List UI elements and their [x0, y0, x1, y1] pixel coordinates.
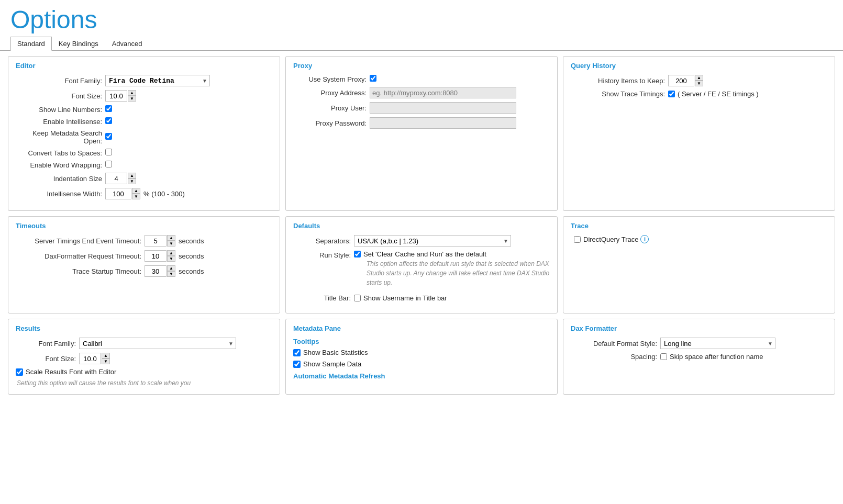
- trace-startup-timeout-input[interactable]: 30: [145, 265, 167, 277]
- server-timings-spinner-buttons: ▲ ▼: [167, 235, 175, 247]
- use-system-proxy-checkbox[interactable]: [370, 75, 376, 82]
- proxy-section: Proxy Use System Proxy: Proxy Address: P…: [285, 56, 558, 211]
- keep-metadata-checkbox[interactable]: [105, 133, 112, 140]
- run-style-label: Run Style:: [293, 250, 351, 259]
- show-trace-timings-label: Show Trace Timings:: [571, 90, 665, 98]
- proxy-user-row: Proxy User:: [293, 102, 550, 114]
- proxy-address-input[interactable]: [370, 87, 516, 98]
- indentation-size-up-btn[interactable]: ▲: [128, 173, 136, 178]
- proxy-password-input[interactable]: [370, 117, 516, 129]
- intellisense-width-spinner-buttons: ▲ ▼: [132, 188, 140, 199]
- trace-startup-timeout-label: Trace Startup Timeout:: [16, 267, 141, 275]
- show-basic-stats-checkbox[interactable]: [293, 349, 301, 356]
- trace-startup-timeout-up-btn[interactable]: ▲: [167, 265, 175, 271]
- run-style-note: This option affects the default run styl…: [367, 259, 550, 287]
- separators-select-wrap[interactable]: US/UK (a,b,c | 1.23) EU (a;b;c | 1,23) ▼: [354, 235, 511, 247]
- tab-keybindings[interactable]: Key Bindings: [52, 37, 105, 51]
- metadata-pane-section: Metadata Pane Tooltips Show Basic Statis…: [285, 319, 558, 395]
- dax-formatter-timeout-down-btn[interactable]: ▼: [167, 256, 175, 262]
- intellisense-width-down-btn[interactable]: ▼: [132, 194, 140, 199]
- history-items-row: History Items to Keep: 200 ▲ ▼: [571, 75, 827, 86]
- font-size-spinner: 10.0 ▲ ▼: [105, 90, 136, 102]
- font-size-up-btn[interactable]: ▲: [128, 90, 136, 96]
- query-history-section-title: Query History: [571, 62, 827, 70]
- server-timings-row: Server Timings End Event Timeout: 5 ▲ ▼ …: [16, 235, 272, 247]
- history-items-spinner: 200 ▲ ▼: [668, 75, 703, 86]
- show-line-numbers-checkbox[interactable]: [105, 105, 112, 112]
- server-timings-down-btn[interactable]: ▼: [167, 241, 175, 247]
- title-bar-label: Title Bar:: [293, 294, 351, 302]
- proxy-password-label: Proxy Password:: [293, 119, 367, 127]
- proxy-user-input[interactable]: [370, 102, 516, 114]
- separators-row: Separators: US/UK (a,b,c | 1.23) EU (a;b…: [293, 235, 550, 247]
- direct-query-trace-row: DirectQuery Trace i: [571, 235, 827, 243]
- show-trace-timings-checkbox[interactable]: [668, 91, 675, 97]
- proxy-address-row: Proxy Address:: [293, 87, 550, 98]
- font-size-row: Font Size: 10.0 ▲ ▼: [16, 90, 272, 102]
- spacing-row: Spacing: Skip space after function name: [571, 353, 827, 361]
- indentation-size-down-btn[interactable]: ▼: [128, 178, 136, 184]
- tabs-bar: Standard Key Bindings Advanced: [0, 36, 843, 51]
- scale-results-checkbox[interactable]: [16, 368, 23, 376]
- direct-query-trace-checkbox[interactable]: [574, 236, 581, 243]
- dax-formatter-timeout-up-btn[interactable]: ▲: [167, 250, 175, 256]
- proxy-address-label: Proxy Address:: [293, 89, 367, 97]
- font-size-down-btn[interactable]: ▼: [128, 96, 136, 102]
- server-timings-up-btn[interactable]: ▲: [167, 235, 175, 241]
- history-items-up-btn[interactable]: ▲: [695, 75, 703, 81]
- enable-word-wrap-checkbox[interactable]: [105, 161, 112, 167]
- tab-advanced[interactable]: Advanced: [105, 37, 149, 51]
- font-family-select-wrap[interactable]: Fira Code Retina ▼: [105, 75, 210, 86]
- intellisense-width-input[interactable]: 100: [105, 188, 131, 199]
- results-font-family-row: Font Family: Calibri ▼: [16, 338, 272, 349]
- run-style-checkbox[interactable]: [354, 251, 361, 257]
- dax-formatter-timeout-spinner-buttons: ▲ ▼: [167, 250, 175, 262]
- dax-formatter-timeout-suffix: seconds: [179, 252, 204, 260]
- results-font-family-select[interactable]: Calibri: [80, 338, 236, 349]
- convert-tabs-label: Convert Tabs to Spaces:: [16, 149, 102, 157]
- font-family-select[interactable]: Fira Code Retina: [106, 75, 209, 86]
- query-history-section: Query History History Items to Keep: 200…: [563, 56, 835, 211]
- tab-standard[interactable]: Standard: [10, 37, 52, 51]
- trace-startup-timeout-down-btn[interactable]: ▼: [167, 271, 175, 277]
- enable-intellisense-label: Enable Intellisense:: [16, 118, 102, 126]
- keep-metadata-label: Keep Metadata Search Open:: [16, 129, 102, 145]
- convert-tabs-checkbox[interactable]: [105, 149, 112, 155]
- show-line-numbers-label: Show Line Numbers:: [16, 106, 102, 114]
- show-line-numbers-row: Show Line Numbers:: [16, 105, 272, 114]
- show-trace-timings-row: Show Trace Timings: ( Server / FE / SE t…: [571, 90, 827, 98]
- intellisense-width-row: Intellisense Width: 100 ▲ ▼ % (100 - 300…: [16, 188, 272, 199]
- spacing-checkbox[interactable]: [660, 353, 667, 360]
- results-font-size-up-btn[interactable]: ▲: [102, 353, 110, 359]
- title-bar-checkbox[interactable]: [354, 295, 361, 301]
- separators-label: Separators:: [293, 237, 351, 245]
- default-format-style-label: Default Format Style:: [571, 340, 657, 348]
- convert-tabs-row: Convert Tabs to Spaces:: [16, 149, 272, 157]
- editor-section-title: Editor: [16, 62, 272, 70]
- results-font-size-input[interactable]: 10.0: [79, 353, 101, 364]
- dax-formatter-timeout-input[interactable]: 10: [145, 250, 167, 262]
- indentation-size-input[interactable]: 4: [105, 173, 127, 184]
- font-size-input[interactable]: 10.0: [105, 90, 127, 102]
- intellisense-width-suffix: % (100 - 300): [143, 190, 185, 198]
- trace-startup-timeout-spinner: 30 ▲ ▼ seconds: [145, 265, 204, 277]
- trace-section: Trace DirectQuery Trace i: [563, 216, 835, 313]
- enable-intellisense-checkbox[interactable]: [105, 117, 112, 124]
- direct-query-trace-info-icon[interactable]: i: [640, 235, 649, 243]
- metadata-pane-section-title: Metadata Pane: [293, 324, 550, 332]
- history-items-input[interactable]: 200: [668, 75, 694, 86]
- results-font-family-select-wrap[interactable]: Calibri ▼: [79, 338, 236, 349]
- separators-select[interactable]: US/UK (a,b,c | 1.23) EU (a;b;c | 1,23): [354, 236, 511, 246]
- results-font-size-down-btn[interactable]: ▼: [102, 359, 110, 364]
- server-timings-input[interactable]: 5: [145, 235, 167, 247]
- show-sample-data-checkbox[interactable]: [293, 361, 301, 368]
- indentation-size-label: Indentation Size: [16, 175, 102, 183]
- default-format-style-select-wrap[interactable]: Long line Short line ▼: [660, 338, 775, 349]
- run-style-row: Run Style: Set 'Clear Cache and Run' as …: [293, 250, 550, 290]
- indentation-size-row: Indentation Size 4 ▲ ▼: [16, 173, 272, 184]
- keep-metadata-row: Keep Metadata Search Open:: [16, 129, 272, 145]
- history-items-down-btn[interactable]: ▼: [695, 81, 703, 86]
- intellisense-width-up-btn[interactable]: ▲: [132, 188, 140, 194]
- server-timings-label: Server Timings End Event Timeout:: [16, 237, 141, 245]
- default-format-style-select[interactable]: Long line Short line: [661, 338, 775, 349]
